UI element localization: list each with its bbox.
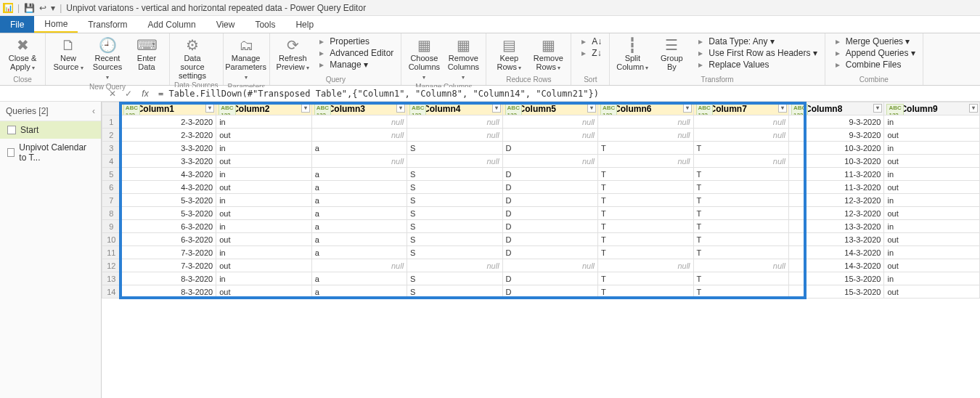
cell[interactable]: D	[502, 272, 597, 285]
filter-dropdown-icon[interactable]: ▾	[205, 104, 214, 113]
cell[interactable]: T	[693, 246, 788, 259]
tab-tools[interactable]: Tools	[245, 16, 285, 33]
group-button[interactable]: ☰GroupBy	[653, 35, 690, 73]
redo-caret-icon[interactable]: ▾	[51, 3, 55, 13]
cell[interactable]: out	[884, 285, 980, 298]
cell[interactable]: out	[216, 207, 311, 220]
cell[interactable]: out	[884, 155, 980, 168]
cell[interactable]: 14-3-2020	[788, 246, 883, 259]
row-header[interactable]: 8	[102, 207, 121, 220]
filter-dropdown-icon[interactable]: ▾	[492, 104, 501, 113]
cell[interactable]: S	[407, 233, 502, 246]
row-header[interactable]: 6	[102, 181, 121, 194]
cell[interactable]: in	[216, 168, 311, 181]
cell[interactable]: in	[216, 246, 311, 259]
cell[interactable]: in	[884, 168, 980, 181]
row-header[interactable]: 10	[102, 233, 121, 246]
fx-icon[interactable]: fx	[136, 89, 154, 99]
cell[interactable]: out	[216, 181, 311, 194]
cell[interactable]: null	[502, 129, 597, 142]
row-header[interactable]: 9	[102, 220, 121, 233]
advanced-editor-button[interactable]: ▸Advanced Editor	[317, 48, 393, 58]
manage-button[interactable]: ▸Manage ▾	[317, 60, 393, 70]
split-button[interactable]: ┇SplitColumn	[614, 35, 650, 73]
filter-dropdown-icon[interactable]: ▾	[683, 104, 692, 113]
cell[interactable]: 11-3-2020	[788, 181, 883, 194]
type-icon[interactable]: ABC123	[791, 104, 808, 115]
cell[interactable]: T	[598, 168, 693, 181]
cell[interactable]: in	[216, 194, 311, 207]
cell[interactable]: null	[502, 259, 597, 272]
cell[interactable]: T	[693, 194, 788, 207]
cell[interactable]: S	[407, 194, 502, 207]
cell[interactable]: D	[502, 233, 597, 246]
row-header[interactable]: 12	[102, 259, 121, 272]
cell[interactable]: out	[216, 285, 311, 298]
column-header[interactable]: ABC123Column5▾	[502, 102, 597, 115]
choose-button[interactable]: ▦ChooseColumns	[406, 35, 442, 83]
type-icon[interactable]: ABC123	[886, 104, 903, 115]
cell[interactable]: T	[693, 285, 788, 298]
row-header[interactable]: 5	[102, 168, 121, 181]
cell[interactable]: 14-3-2020	[788, 259, 883, 272]
cell[interactable]: out	[216, 155, 311, 168]
cell[interactable]: T	[598, 233, 693, 246]
cell[interactable]: T	[598, 272, 693, 285]
cell[interactable]: T	[693, 142, 788, 155]
column-header[interactable]: ABC123Column2▾	[216, 102, 311, 115]
type-icon[interactable]: ABC123	[696, 104, 713, 115]
cell[interactable]: null	[598, 115, 693, 129]
cell[interactable]: a	[311, 181, 407, 194]
cell[interactable]: out	[216, 129, 311, 142]
cell[interactable]: null	[693, 129, 788, 142]
cell[interactable]: T	[693, 233, 788, 246]
cell[interactable]: T	[598, 194, 693, 207]
cell[interactable]: 10-3-2020	[788, 155, 883, 168]
cell[interactable]: in	[884, 115, 980, 129]
collapse-pane-icon[interactable]: ‹	[92, 106, 95, 116]
cell[interactable]: T	[693, 220, 788, 233]
filter-dropdown-icon[interactable]: ▾	[301, 104, 310, 113]
query-item[interactable]: Start	[0, 121, 101, 139]
save-icon[interactable]: 💾	[24, 3, 35, 13]
close--button[interactable]: ✖Close &Apply	[4, 35, 41, 73]
cell[interactable]: D	[502, 194, 597, 207]
column-header[interactable]: ABC123Column3▾	[311, 102, 407, 115]
cell[interactable]: T	[693, 207, 788, 220]
replace-values-button[interactable]: ▸Replace Values	[695, 60, 817, 70]
cancel-formula-icon[interactable]: ✕	[105, 89, 121, 99]
type-icon[interactable]: ABC123	[600, 104, 617, 115]
cell[interactable]: out	[884, 181, 980, 194]
cell[interactable]: D	[502, 285, 597, 298]
recent-button[interactable]: 🕘RecentSources	[89, 35, 126, 83]
formula-input[interactable]	[154, 87, 980, 100]
cell[interactable]: a	[311, 233, 407, 246]
column-header[interactable]: ABC123Column1▾	[121, 102, 216, 115]
filter-dropdown-icon[interactable]: ▾	[969, 104, 978, 113]
append-queries-button[interactable]: ▸Append Queries ▾	[833, 48, 915, 58]
cell[interactable]: a	[311, 168, 407, 181]
remove-button[interactable]: ▦RemoveColumns	[445, 35, 481, 83]
cell[interactable]: 7-3-2020	[121, 246, 216, 259]
cell[interactable]: 5-3-2020	[121, 194, 216, 207]
confirm-formula-icon[interactable]: ✓	[121, 89, 136, 99]
cell[interactable]: null	[502, 155, 597, 168]
type-icon[interactable]: ABC123	[219, 104, 235, 115]
cell[interactable]: D	[502, 246, 597, 259]
cell[interactable]: D	[502, 168, 597, 181]
cell[interactable]: 5-3-2020	[121, 207, 216, 220]
cell[interactable]: null	[407, 115, 502, 129]
cell[interactable]: 4-3-2020	[121, 168, 216, 181]
cell[interactable]: null	[311, 129, 407, 142]
type-icon[interactable]: ABC123	[123, 104, 140, 115]
keep-button[interactable]: ▤KeepRows	[491, 35, 527, 73]
cell[interactable]: 6-3-2020	[121, 220, 216, 233]
cell[interactable]: D	[502, 181, 597, 194]
cell[interactable]: 4-3-2020	[121, 181, 216, 194]
query-item[interactable]: Unpivot Calendar to T...	[0, 139, 101, 166]
cell[interactable]: null	[693, 115, 788, 129]
merge-queries-button[interactable]: ▸Merge Queries ▾	[833, 36, 915, 46]
file-tab[interactable]: File	[0, 16, 34, 33]
combine-files-button[interactable]: ▸Combine Files	[833, 60, 915, 70]
cell[interactable]: 12-3-2020	[788, 194, 883, 207]
